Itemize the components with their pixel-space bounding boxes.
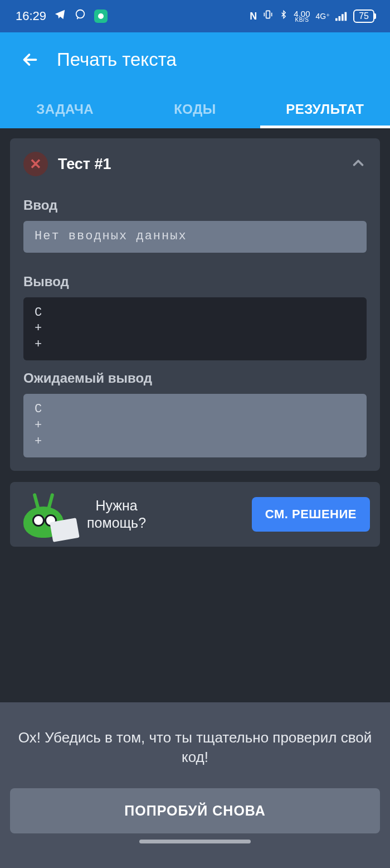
signal-icon xyxy=(335,11,348,21)
svg-rect-4 xyxy=(342,14,344,21)
vibrate-icon xyxy=(262,9,274,23)
svg-rect-3 xyxy=(339,16,341,21)
app-icon xyxy=(94,9,108,23)
expected-value: C + + xyxy=(23,394,367,457)
svg-rect-2 xyxy=(335,18,338,21)
svg-rect-1 xyxy=(266,11,270,18)
tabs: ЗАДАЧА КОДЫ РЕЗУЛЬТАТ xyxy=(0,93,390,128)
help-card: Нужна помощь? СМ. РЕШЕНИЕ xyxy=(10,482,380,547)
input-label: Ввод xyxy=(23,197,367,213)
svg-point-0 xyxy=(76,10,85,18)
telegram-icon xyxy=(54,8,66,24)
nfc-icon: N xyxy=(250,11,257,22)
tab-result[interactable]: РЕЗУЛЬТАТ xyxy=(260,93,390,128)
result-message: Ох! Убедись в том, что ты тщательно пров… xyxy=(10,728,380,767)
nav-pill-icon[interactable] xyxy=(139,840,251,843)
help-text: Нужна помощь? xyxy=(87,497,146,532)
content: ✕ Тест #1 Ввод Нет вводных данных Вывод … xyxy=(0,128,390,557)
close-icon: ✕ xyxy=(30,156,42,173)
app-header: Печать текста ЗАДАЧА КОДЫ РЕЗУЛЬТАТ xyxy=(0,32,390,128)
chevron-up-icon[interactable] xyxy=(350,155,367,173)
retry-button[interactable]: ПОПРОБУЙ СНОВА xyxy=(10,788,380,833)
fail-status-icon: ✕ xyxy=(23,152,48,176)
net-speed: 4.00 KB/S xyxy=(294,10,310,23)
tab-task[interactable]: ЗАДАЧА xyxy=(0,93,130,128)
test-title: Тест #1 xyxy=(58,156,111,173)
output-label: Вывод xyxy=(23,274,367,290)
input-value: Нет вводных данных xyxy=(23,221,367,253)
status-time: 16:29 xyxy=(16,9,46,23)
bluetooth-icon xyxy=(279,8,288,24)
net-gen: 4G⁺ xyxy=(316,12,330,21)
tab-codes[interactable]: КОДЫ xyxy=(130,93,260,128)
svg-rect-5 xyxy=(345,12,347,21)
see-solution-button[interactable]: СМ. РЕШЕНИЕ xyxy=(252,497,370,532)
battery-level: 75 xyxy=(353,9,374,23)
whatsapp-icon xyxy=(74,8,86,24)
mascot-icon xyxy=(20,490,76,539)
status-bar: 16:29 N 4.00 KB/S 4G⁺ 75 xyxy=(0,0,390,32)
nav-bar xyxy=(10,833,380,849)
output-value: C + + xyxy=(23,297,367,361)
page-title: Печать текста xyxy=(57,49,177,70)
expected-label: Ожидаемый вывод xyxy=(23,370,367,386)
test-card: ✕ Тест #1 Ввод Нет вводных данных Вывод … xyxy=(10,138,380,471)
bottom-panel: Ох! Убедись в том, что ты тщательно пров… xyxy=(0,702,390,868)
back-arrow-icon[interactable] xyxy=(20,50,40,70)
